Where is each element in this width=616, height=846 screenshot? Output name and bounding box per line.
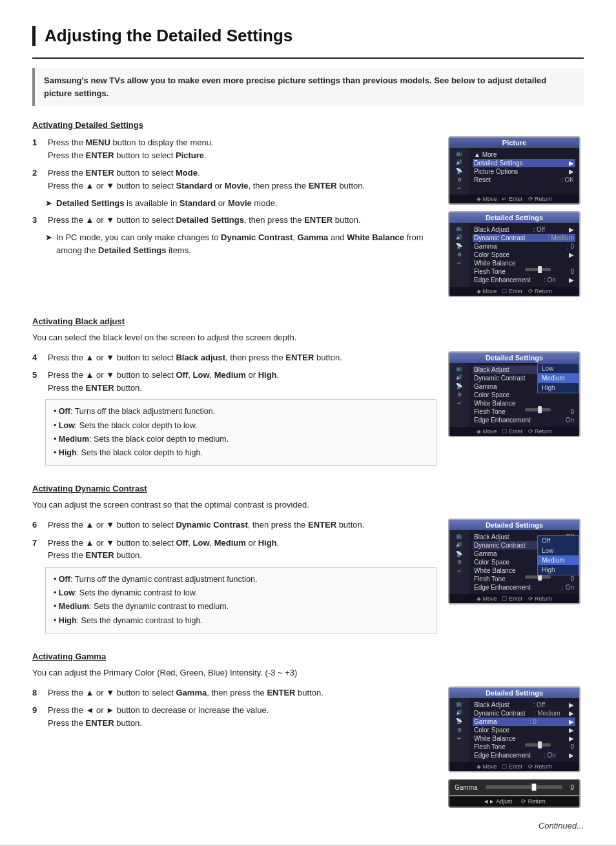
tv-mockup-black: Detailed Settings 📺 🔊 📡 ⚙ ↵ Black Adjust… [448,351,580,437]
step-5-text: Press the ▲ or ▼ button to select Off, L… [48,369,436,394]
menu-ee3: Edge Enhancement : On [473,583,575,592]
title-bar: Adjusting the Detailed Settings [32,26,584,46]
gamma-adjust-footer: ◄► Adjust ⟳ Return [448,796,580,808]
section-heading-gamma: Activating Gamma [32,652,584,661]
step-5-num: 5 [32,369,43,394]
gamma-left: 8 Press the ▲ or ▼ button to select Gamm… [32,686,436,735]
tv-body-picture: 📺 🔊 📡 ⚙ ↵ ▲ More Detailed Settings ▶ Pic… [449,148,579,194]
tv-header-black: Detailed Settings [449,353,579,363]
gamma-slider-container: Gamma 0 [448,779,580,796]
tv-content-picture: ▲ More Detailed Settings ▶ Picture Optio… [469,148,579,194]
step-6-num: 6 [32,519,43,531]
note-detailed-available: ➤ Detailed Settings is available in Stan… [45,197,436,210]
section-black-adjust: Activating Black adjust You can select t… [32,316,584,342]
black-left: 4 Press the ▲ or ▼ button to select Blac… [32,351,436,471]
tv-mockup-detailed: Detailed Settings 📺 🔊 📡 ⚙ ↵ Black Adjust… [448,211,580,297]
menu-wb4: White Balance ▶ [473,734,575,743]
menu-reset: Reset : OK [473,176,575,184]
tv-body-gamma: 📺 🔊 📡 ⚙ ↵ Black Adjust : Off ▶ Dynamic C… [449,698,579,762]
step-9-text: Press the ◄ or ► button to decrease or i… [48,704,436,729]
menu-ft3: Flesh Tone 0 [473,575,575,583]
tv-sidebar-2: 📺 🔊 📡 ⚙ ↵ [449,223,469,287]
tv-body-black: 📺 🔊 📡 ⚙ ↵ Black Adjust Dynamic Contrast … [449,363,579,427]
step-6-text: Press the ▲ or ▼ button to select Dynami… [48,519,436,531]
tv-mockup-picture: Picture 📺 🔊 📡 ⚙ ↵ ▲ More Detailed Settin… [448,136,580,205]
sidebar-sound-2: 🔊 [456,234,462,241]
step-1-num: 1 [32,136,43,161]
gamma-label: Gamma [455,784,482,791]
detailed-right: Picture 📺 🔊 📡 ⚙ ↵ ▲ More Detailed Settin… [448,136,584,304]
dynamic-left: 6 Press the ▲ or ▼ button to select Dyna… [32,519,436,639]
tv-sidebar-5: 📺 🔊 📡 ⚙ ↵ [449,698,469,762]
menu-ft4: Flesh Tone 0 [473,743,575,751]
tv-header-detailed: Detailed Settings [449,212,579,223]
tv-footer-2: ◈ Move ☐ Enter ⟳ Return [449,287,579,296]
popup-medium2: Medium [538,555,579,565]
intro-text: Samsung's new TVs allow you to make even… [44,76,546,98]
step-7: 7 Press the ▲ or ▼ button to select Off,… [32,537,436,562]
sidebar-channel: 📡 [456,168,462,174]
sidebar-setup: ⚙ [457,177,462,183]
tv-sidebar-1: 📺 🔊 📡 ⚙ ↵ [449,148,469,194]
black-right: Detailed Settings 📺 🔊 📡 ⚙ ↵ Black Adjust… [448,351,584,444]
tv-footer-1: ◈ Move ↵ Enter ⟳ Return [449,194,579,203]
sidebar-picture-2: 📺 [456,225,462,232]
tv-footer-5: ◈ Move ☐ Enter ⟳ Return [449,762,579,771]
black-desc: You can select the black level on the sc… [32,333,584,342]
popup-off: Off [538,536,579,546]
section-heading-dynamic: Activating Dynamic Contrast [32,484,584,493]
gamma-track [486,785,562,789]
tv-footer-3: ◈ Move ☐ Enter ⟳ Return [449,427,579,436]
popup-low: Low [538,364,579,373]
menu-ba4: Black Adjust : Off ▶ [473,701,575,709]
step-2-text: Press the ENTER button to select Mode. P… [48,167,436,192]
menu-g4: Gamma : 0 ▶ [473,717,575,726]
menu-flesh-tone: Flesh Tone 0 [473,267,575,276]
menu-white-balance: White Balance [473,259,575,267]
tv-body-dynamic: 📺 🔊 📡 ⚙ ↵ Black Adjust : Off Dynamic Con… [449,530,579,594]
step-4-text: Press the ▲ or ▼ button to select Black … [48,351,436,364]
step-3: 3 Press the ▲ or ▼ button to select Deta… [32,214,436,227]
sidebar-picture: 📺 [456,150,462,157]
gamma-desc: You can adjust the Primary Color (Red, G… [32,668,584,677]
gamma-return-btn: ⟳ Return [521,798,546,805]
menu-cs4: Color Space ▶ [473,726,575,734]
black-content-row: 4 Press the ▲ or ▼ button to select Blac… [32,351,584,471]
tv-sidebar-4: 📺 🔊 📡 ⚙ ↵ [449,530,469,594]
tv-mockup-gamma: Detailed Settings 📺 🔊 📡 ⚙ ↵ Black Adjust… [448,686,580,772]
dynamic-right: Detailed Settings 📺 🔊 📡 ⚙ ↵ Black Adjust… [448,519,584,611]
step-7-num: 7 [32,537,43,562]
menu-dyn-contrast: Dynamic Contrast : Medium [473,234,575,242]
step-9: 9 Press the ◄ or ► button to decrease or… [32,704,436,729]
menu-ft2: Flesh Tone 0 [473,408,575,416]
page-container: Adjusting the Detailed Settings Samsung'… [0,0,616,846]
gamma-adjust-btn: ◄► Adjust [483,798,512,805]
tv-content-black: Black Adjust Dynamic Contrast Gamma Colo… [469,363,579,427]
detailed-left: 1 Press the MENU button to display the m… [32,136,436,260]
section-gamma: Activating Gamma You can adjust the Prim… [32,652,584,677]
note-pc-mode: ➤ In PC mode, you can only make changes … [45,231,436,256]
tv-content-gamma: Black Adjust : Off ▶ Dynamic Contrast : … [469,698,579,762]
gamma-value: 0 [566,784,574,791]
section-activating-detailed: Activating Detailed Settings 1 Press the… [32,120,584,304]
menu-edge-enhance: Edge Enhancement : On ▶ [473,276,575,284]
intro-box: Samsung's new TVs allow you to make even… [32,68,584,106]
sidebar-sound: 🔊 [456,160,462,166]
step-5: 5 Press the ▲ or ▼ button to select Off,… [32,369,436,394]
black-bullets: • Off: Turns off the black adjustment fu… [45,399,436,466]
gamma-thumb [531,783,537,791]
step-8-text: Press the ▲ or ▼ button to select Gamma,… [48,686,436,699]
dynamic-popup: Off Low Medium High [537,535,579,575]
menu-dc4: Dynamic Contrast : Medium ▶ [473,709,575,717]
menu-gamma: Gamma : 0 [473,242,575,251]
section-heading-black: Activating Black adjust [32,316,584,326]
menu-ee2: Edge Enhancement : On [473,416,575,424]
dynamic-desc: You can adjust the screen contrast so th… [32,500,584,510]
popup-medium: Medium [538,373,579,383]
tv-header-gamma: Detailed Settings [449,688,579,698]
step-8: 8 Press the ▲ or ▼ button to select Gamm… [32,686,436,699]
step-2: 2 Press the ENTER button to select Mode.… [32,167,436,192]
tv-mockup-dynamic: Detailed Settings 📺 🔊 📡 ⚙ ↵ Black Adjust… [448,519,580,604]
detailed-content-row: 1 Press the MENU button to display the m… [32,136,584,304]
menu-wb2: White Balance [473,399,575,408]
